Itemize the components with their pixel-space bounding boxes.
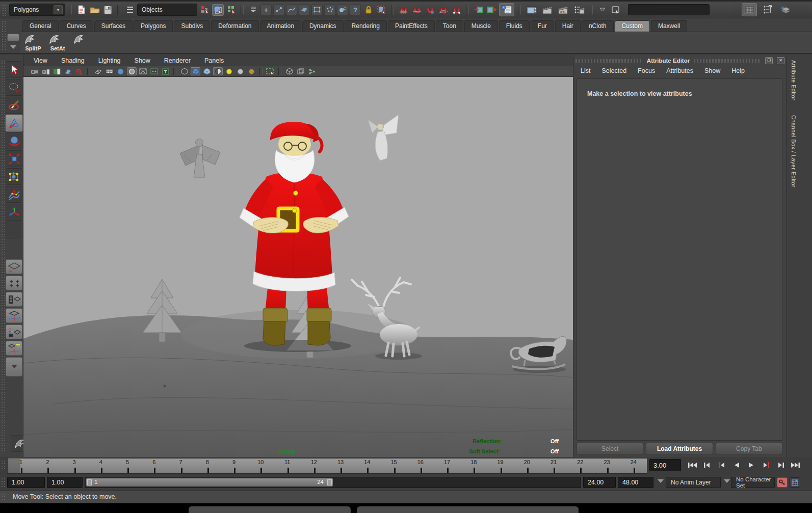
vp-light-yellow-icon[interactable] <box>224 67 234 75</box>
vp-wire-cube-icon[interactable] <box>284 67 294 75</box>
sidebar-tab-attribute-editor[interactable]: Attribute Editor <box>791 60 797 100</box>
layout-persp-outliner-graph-button[interactable] <box>6 341 22 356</box>
timeline-frame[interactable]: 14 <box>354 458 380 473</box>
vp-texture-icon[interactable]: T <box>161 67 170 75</box>
render-current-frame-icon[interactable] <box>540 4 555 16</box>
ae-menu-attributes[interactable]: Attributes <box>666 67 693 74</box>
mask-curves-icon[interactable] <box>286 4 297 15</box>
channel-box-toggle-icon[interactable] <box>742 3 757 16</box>
vp-use-all-lights-icon[interactable] <box>213 67 223 75</box>
vp-wireframe-sphere-icon[interactable] <box>127 67 137 75</box>
ae-menu-focus[interactable]: Focus <box>638 67 655 74</box>
timeline-frame[interactable]: 20 <box>514 458 540 473</box>
vp-2d-pan-zoom-icon[interactable] <box>63 67 73 75</box>
timeline-frame[interactable]: 5 <box>114 458 141 473</box>
last-tool-slot[interactable] <box>6 222 22 238</box>
paint-select-tool-button[interactable] <box>6 97 22 114</box>
shelf-item-3[interactable] <box>72 33 92 53</box>
timeline-frame[interactable]: 2 <box>34 458 61 473</box>
quick-selection-input[interactable] <box>628 4 710 15</box>
render-settings-icon[interactable] <box>572 4 586 16</box>
ae-menu-show[interactable]: Show <box>704 67 720 74</box>
timeline-frame[interactable]: 9 <box>221 458 247 473</box>
toolbox-grip[interactable] <box>1 60 5 452</box>
vp-menu-renderer[interactable]: Renderer <box>164 57 191 64</box>
shelf-tab-painteffects[interactable]: PaintEffects <box>388 20 435 32</box>
shelf-tab-subdivs[interactable]: Subdivs <box>174 20 210 32</box>
timeline-frame[interactable]: 24 <box>620 458 647 473</box>
scale-tool-button[interactable] <box>6 150 22 167</box>
hierarchy-mode-icon[interactable] <box>124 4 136 16</box>
snap-plane-icon[interactable] <box>437 4 449 16</box>
character-set-field[interactable]: No Character Set <box>731 477 775 488</box>
helpline-grip[interactable] <box>1 493 5 501</box>
vp-shaded-cube-icon[interactable] <box>191 67 200 75</box>
construction-history-icon[interactable] <box>499 3 514 16</box>
vp-textured-cube-icon[interactable] <box>202 67 212 75</box>
copy-tab-button[interactable]: Copy Tab <box>716 443 782 454</box>
playback-start-field[interactable]: 1.00 <box>47 477 83 488</box>
ae-menu-list[interactable]: List <box>581 67 590 74</box>
anim-layer-dropdown-icon[interactable] <box>658 479 664 486</box>
play-forwards-button[interactable] <box>744 458 758 472</box>
timeline-frame[interactable]: 7 <box>168 458 194 473</box>
shelf-tab-surfaces[interactable]: Surfaces <box>94 20 133 32</box>
step-forward-frame-button[interactable] <box>774 458 788 472</box>
shelf-tab-hair[interactable]: Hair <box>555 20 581 32</box>
vp-light-gray-icon[interactable] <box>235 67 245 75</box>
range-slider-track[interactable]: 1 24 <box>85 477 581 488</box>
shelf-item-setat[interactable]: SetAt <box>48 33 67 53</box>
soft-modification-tool-button[interactable] <box>6 186 22 203</box>
layout-four-pane-button[interactable] <box>6 276 22 290</box>
angel-right[interactable] <box>368 115 399 160</box>
current-time-field[interactable]: 3.00 <box>649 459 681 471</box>
vp-menu-show[interactable]: Show <box>135 57 150 64</box>
snap-point-icon[interactable] <box>424 4 436 16</box>
shelf-tab-ncloth[interactable]: nCloth <box>582 20 614 32</box>
titlebar-grip[interactable] <box>575 59 643 63</box>
vp-share-node-icon[interactable] <box>307 67 317 75</box>
play-backwards-button[interactable] <box>729 458 743 472</box>
shelf-tab-toon[interactable]: Toon <box>436 20 463 32</box>
vp-isolate-select-icon[interactable] <box>266 67 275 75</box>
timeline-frame[interactable]: 6 <box>141 458 167 473</box>
vp-menu-panels[interactable]: Panels <box>204 57 224 64</box>
shelf-tab-deformation[interactable]: Deformation <box>211 20 258 32</box>
timeline-grip[interactable] <box>1 460 5 471</box>
range-grip[interactable] <box>1 478 5 487</box>
tree-left[interactable] <box>143 279 181 342</box>
shelf-tab-curves[interactable]: Curves <box>60 20 93 32</box>
vp-camera-attrs-icon[interactable] <box>30 67 39 75</box>
select-component-mask-icon[interactable] <box>225 4 237 16</box>
make-live-icon[interactable] <box>451 4 462 16</box>
layout-more-button[interactable] <box>6 357 22 376</box>
select-hierarchy-mask-icon[interactable] <box>199 4 211 16</box>
attribute-editor-titlebar[interactable]: Attribute Editor ❐ ✕ <box>575 57 784 64</box>
angel-left[interactable] <box>180 139 220 178</box>
menu-set-selector[interactable]: Polygons ▼ <box>9 4 65 16</box>
range-start-handle[interactable] <box>87 479 92 485</box>
vp-film-gate-icon[interactable] <box>104 67 114 75</box>
animation-start-field[interactable]: 1.00 <box>7 477 45 488</box>
layout-outliner-persp-button[interactable] <box>6 292 22 307</box>
layout-persp-graph-button[interactable] <box>6 308 22 323</box>
mask-rendering-icon[interactable] <box>337 4 348 15</box>
mask-points-icon[interactable]: + <box>260 4 272 15</box>
animation-end-field[interactable]: 48.00 <box>618 477 653 488</box>
timeline-frame[interactable]: 21 <box>540 458 567 473</box>
select-tool-button[interactable] <box>6 61 22 78</box>
timeline-frame[interactable]: 8 <box>194 458 221 473</box>
timeline-frame[interactable]: 18 <box>460 458 487 473</box>
vp-grid-toggle-icon[interactable] <box>93 67 103 75</box>
layout-hypershade-persp-button[interactable] <box>6 325 22 339</box>
step-forward-key-button[interactable] <box>759 458 773 472</box>
timeline-frame[interactable]: 16 <box>407 458 434 473</box>
titlebar-grip[interactable] <box>694 59 761 63</box>
move-tool-button[interactable] <box>6 115 22 131</box>
mask-dynamics-icon[interactable] <box>324 4 335 15</box>
show-manipulator-tool-button[interactable] <box>6 204 22 221</box>
shelf-tab-custom[interactable]: Custom <box>615 20 650 32</box>
timeline-frame[interactable]: 23 <box>594 458 620 473</box>
scene-svg[interactable] <box>23 77 573 457</box>
ae-menu-selected[interactable]: Selected <box>601 67 626 74</box>
